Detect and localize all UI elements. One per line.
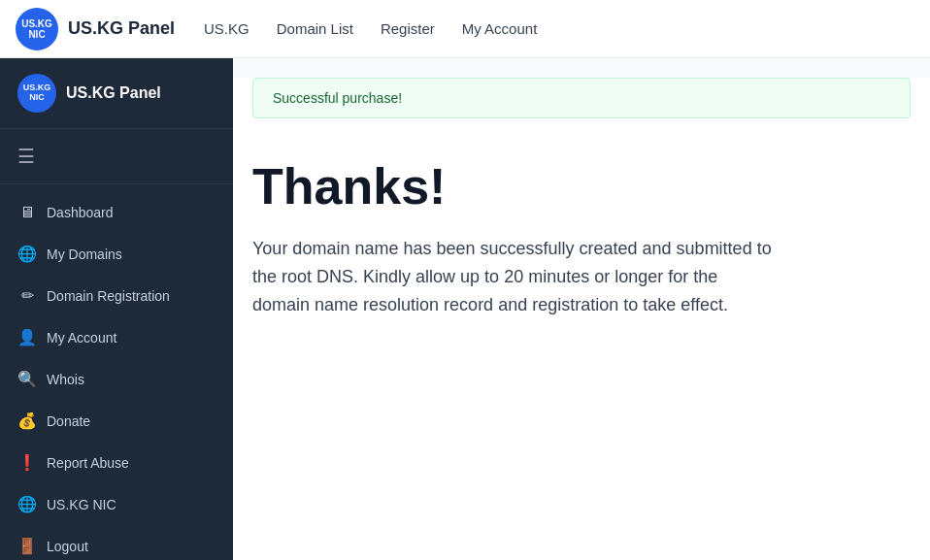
nav-my-account[interactable]: My Account [462, 20, 538, 37]
sidebar-whois-label: Whois [47, 371, 84, 388]
content-area: Successful purchase! Thanks! Your domain… [233, 78, 930, 560]
sidebar-title: US.KG Panel [66, 84, 161, 102]
topnav-links: US.KG Domain List Register My Account [204, 20, 537, 37]
sidebar-logout[interactable]: 🚪 Logout [0, 525, 233, 560]
sidebar-my-domains-label: My Domains [47, 246, 122, 263]
sidebar-my-account[interactable]: 👤 My Account [0, 316, 233, 358]
thanks-body: Your domain name has been successfully c… [252, 235, 777, 318]
whois-icon: 🔍 [17, 370, 37, 388]
sidebar-report-abuse-label: Report Abuse [47, 454, 129, 472]
report-abuse-icon: ❗ [17, 453, 37, 472]
sidebar-logout-label: Logout [47, 538, 88, 555]
sidebar-domain-registration-label: Domain Registration [47, 287, 170, 305]
layout: US.KG NIC US.KG Panel ☰ 🖥 Dashboard 🌐 My… [0, 58, 930, 560]
sidebar-uskg-nic-label: US.KG NIC [47, 496, 116, 513]
sidebar-dashboard[interactable]: 🖥 Dashboard [0, 192, 233, 233]
sidebar-header: US.KG NIC US.KG Panel [0, 58, 233, 129]
nav-register[interactable]: Register [381, 20, 435, 37]
hamburger-menu[interactable]: ☰ [0, 129, 233, 184]
logout-icon: 🚪 [17, 537, 37, 555]
sidebar-donate-label: Donate [47, 412, 90, 430]
sidebar-donate[interactable]: 💰 Donate [0, 400, 233, 442]
sidebar-dashboard-label: Dashboard [47, 204, 114, 221]
top-navigation: US.KG NIC US.KG Panel US.KG Domain List … [0, 0, 930, 58]
donate-icon: 💰 [17, 412, 37, 430]
sidebar-my-account-label: My Account [47, 329, 116, 346]
dashboard-icon: 🖥 [17, 204, 37, 221]
sidebar-domain-registration[interactable]: ✏ Domain Registration [0, 275, 233, 316]
topnav-title: US.KG Panel [68, 18, 175, 39]
my-domains-icon: 🌐 [17, 245, 37, 263]
my-account-icon: 👤 [17, 328, 37, 346]
nav-domain-list[interactable]: Domain List [277, 20, 353, 37]
sidebar-whois[interactable]: 🔍 Whois [0, 358, 233, 400]
uskg-nic-icon: 🌐 [17, 495, 37, 513]
thanks-section: Thanks! Your domain name has been succes… [233, 118, 930, 357]
topnav-logo: US.KG NIC US.KG Panel [16, 8, 175, 50]
main-content: Successful purchase! Thanks! Your domain… [233, 58, 930, 560]
domain-registration-icon: ✏ [17, 286, 37, 305]
nav-uskg[interactable]: US.KG [204, 20, 249, 37]
success-banner: Successful purchase! [252, 78, 911, 118]
sidebar-nav: 🖥 Dashboard 🌐 My Domains ✏ Domain Regist… [0, 184, 233, 560]
sidebar-uskg-nic[interactable]: 🌐 US.KG NIC [0, 483, 233, 525]
sidebar-logo-badge: US.KG NIC [17, 74, 56, 113]
sidebar-my-domains[interactable]: 🌐 My Domains [0, 233, 233, 275]
sidebar-report-abuse[interactable]: ❗ Report Abuse [0, 442, 233, 483]
topnav-logo-badge: US.KG NIC [16, 8, 58, 50]
sidebar: US.KG NIC US.KG Panel ☰ 🖥 Dashboard 🌐 My… [0, 58, 233, 560]
thanks-title: Thanks! [252, 157, 911, 215]
